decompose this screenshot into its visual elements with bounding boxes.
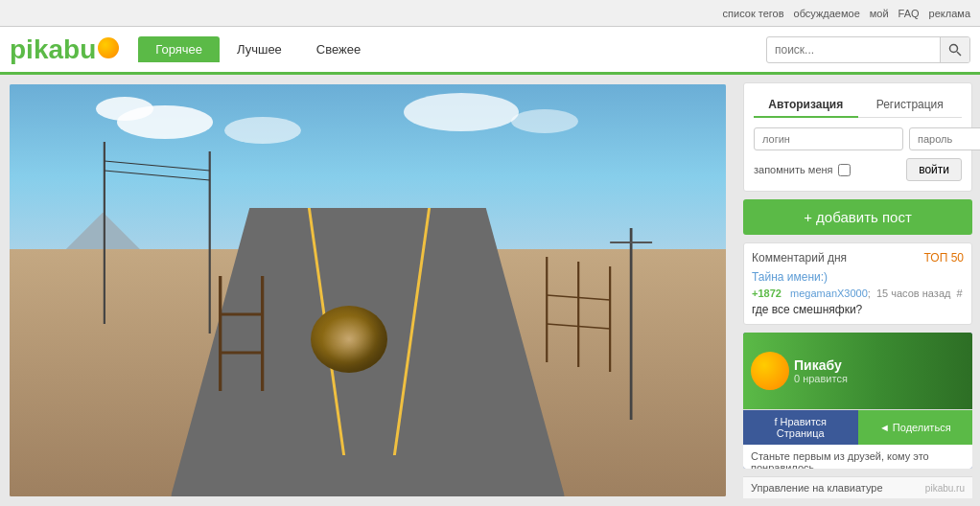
nav-link-tags[interactable]: список тегов [723,8,784,19]
sidebar: Авторизация Регистрация запомнить меня в… [735,75,980,506]
comment-meta: +1872 megamanX3000; 15 часов назад # [752,288,964,299]
nav-link-my[interactable]: мой [870,8,889,19]
search-icon [948,43,962,57]
comment-text: где все смешняфки? [752,303,964,316]
add-post-button[interactable]: + добавить пост [743,199,972,235]
pikabu-social-logo [751,352,789,390]
keyboard-control-bar: Управление на клавиатуре pikabu.ru [743,476,972,498]
main-layout: Авторизация Регистрация запомнить меня в… [0,75,980,506]
cloud-5 [511,109,578,133]
social-likes-count: 0 нравится [794,373,848,384]
social-background: Пикабу 0 нравится [743,333,972,409]
tab-authorization[interactable]: Авторизация [754,93,858,118]
svg-line-1 [957,52,961,56]
keyboard-control-label: Управление на клавиатуре [751,482,883,494]
top-nav-links: список тегов обсуждаемое мой FAQ реклама [723,8,970,19]
comment-header: Комментарий дня ТОП 50 [752,251,964,264]
password-input[interactable] [909,127,980,150]
social-block: Пикабу 0 нравится f Нравится Страница ◄ … [743,333,972,469]
social-friends-section: Станьте первым из друзей, кому это понра… [743,445,972,469]
auth-inputs [754,127,962,150]
remember-me-area: запомнить меня [754,164,851,176]
comment-hash[interactable]: # [957,288,963,299]
nav-link-faq[interactable]: FAQ [898,8,920,19]
logo-ball [98,37,119,58]
social-logo-area: Пикабу 0 нравится [751,352,848,390]
auth-block: Авторизация Регистрация запомнить меня в… [743,82,972,192]
site-header: pikabu Горячее Лучшее Свежее [0,27,980,75]
svg-point-0 [949,44,957,52]
pikabu-ru-label: pikabu.ru [925,483,965,494]
facebook-like-button[interactable]: f Нравится Страница [743,410,858,445]
main-tabs: Горячее Лучшее Свежее [138,36,378,62]
tab-registration[interactable]: Регистрация [858,93,963,117]
auth-tabs: Авторизация Регистрация [754,93,962,118]
social-page-name: Пикабу [794,357,848,373]
nav-link-discussed[interactable]: обсуждаемое [794,8,860,19]
tab-best[interactable]: Лучшее [220,36,299,62]
comment-of-day-title: Комментарий дня [752,251,847,264]
social-buttons: f Нравится Страница ◄ Поделиться [743,409,972,445]
cloud-4 [404,93,519,131]
top50-link[interactable]: ТОП 50 [924,251,964,264]
logo-text: pikabu [10,34,96,65]
search-button[interactable] [940,36,969,63]
top-navigation: список тегов обсуждаемое мой FAQ реклама [0,0,980,27]
site-logo[interactable]: pikabu [10,34,119,65]
social-friends-text: Станьте первым из друзей, кому это понра… [751,450,929,469]
share-button[interactable]: ◄ Поделиться [858,410,973,445]
comment-score: +1872 [752,288,782,299]
remember-me-label: запомнить меня [754,164,833,175]
login-input[interactable] [754,127,903,150]
remember-me-checkbox[interactable] [838,164,851,176]
content-area [0,75,735,506]
search-box [766,36,970,63]
auth-remember-row: запомнить меня войти [754,158,962,181]
social-info: Пикабу 0 нравится [794,357,848,384]
tumbleweed [311,306,387,373]
comment-time: 15 часов назад [876,288,950,299]
comment-of-day-block: Комментарий дня ТОП 50 Тайна имени:) +18… [743,242,972,325]
tab-fresh[interactable]: Свежее [299,36,378,62]
nav-link-ads[interactable]: реклама [929,8,970,19]
login-button[interactable]: войти [906,158,962,181]
search-input[interactable] [767,39,940,60]
cloud-2 [96,97,153,121]
comment-post-title[interactable]: Тайна имени:) [752,270,964,284]
comment-user[interactable]: megamanX3000 [790,288,868,299]
tab-hot[interactable]: Горячее [138,36,220,62]
post-image [10,84,726,496]
